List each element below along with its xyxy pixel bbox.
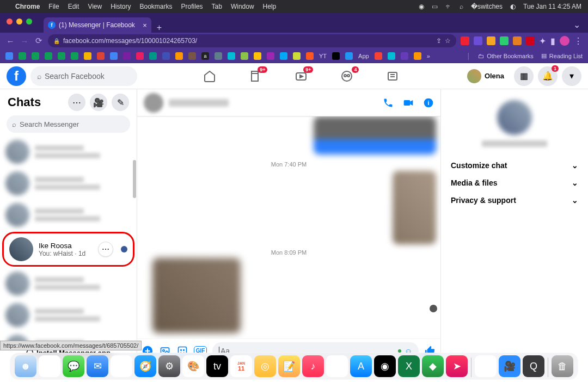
dock-appstore-icon[interactable]: A	[350, 355, 372, 377]
menubar-clock[interactable]: Tue Jan 11 4:25 AM	[523, 3, 581, 10]
notifications-icon[interactable]: 🔔1	[538, 66, 558, 86]
bookmark-icon[interactable]: a	[201, 52, 209, 60]
battery-icon[interactable]: ▭	[432, 3, 438, 10]
bookmark-icon[interactable]	[84, 52, 91, 60]
browser-tab[interactable]: f (1) Messenger | Facebook ×	[44, 17, 151, 33]
bookmark-icon[interactable]	[332, 52, 340, 60]
message-image[interactable]	[152, 258, 241, 333]
bookmark-icon[interactable]	[280, 52, 287, 60]
ext-adblock-icon[interactable]	[461, 36, 469, 45]
dock-trash-icon[interactable]: 🗑	[552, 355, 573, 377]
url-bar[interactable]: 🔒 facebook.com/messages/t/10000102426570…	[48, 34, 456, 47]
spotlight-icon[interactable]: ⌕	[460, 3, 463, 10]
nav-news-icon[interactable]	[386, 70, 399, 83]
ext-icon[interactable]	[474, 36, 482, 45]
bookmark-star-icon[interactable]: ☆	[445, 37, 451, 45]
chat-item[interactable]	[0, 136, 137, 168]
conversation-name[interactable]	[169, 99, 229, 107]
bookmark-yt[interactable]: YT	[319, 53, 327, 59]
dock-app-icon[interactable]: ◆	[422, 355, 444, 377]
new-message-icon[interactable]: ✎	[112, 94, 129, 111]
bookmark-icon[interactable]	[162, 52, 170, 60]
bookmark-icon[interactable]	[215, 52, 222, 60]
ext-icon[interactable]	[526, 36, 535, 45]
chats-options-icon[interactable]: ⋯	[68, 94, 85, 111]
menu-tab[interactable]: Tab	[212, 3, 222, 10]
bookmark-icon[interactable]	[267, 52, 274, 60]
nav-home-icon[interactable]	[203, 70, 216, 83]
chat-item[interactable]	[0, 268, 137, 299]
messages-area[interactable]: Mon 7:40 PM Mon 8:09 PM	[137, 116, 440, 338]
dock-launchpad-icon[interactable]: ▦	[39, 355, 60, 377]
bookmark-icon[interactable]	[175, 52, 183, 60]
reading-list[interactable]: ▤Reading List	[541, 52, 583, 59]
other-bookmarks-folder[interactable]: 🗀Other Bookmarks	[478, 53, 534, 59]
share-icon[interactable]: ⇪	[436, 37, 442, 45]
bookmark-icon[interactable]	[188, 52, 196, 60]
bookmark-icon[interactable]	[32, 52, 39, 60]
dock-quicktime-icon[interactable]: Q	[523, 355, 544, 377]
bookmark-icon[interactable]	[71, 52, 78, 60]
bookmark-icon[interactable]	[97, 52, 105, 60]
menu-file[interactable]: File	[48, 3, 59, 10]
bookmark-icon[interactable]	[5, 52, 13, 60]
menu-grid-icon[interactable]: ▦	[514, 66, 534, 86]
bookmark-icon[interactable]	[123, 52, 131, 60]
bookmark-icon[interactable]	[228, 52, 235, 60]
ext-icon[interactable]	[513, 36, 522, 45]
bookmark-icon[interactable]	[306, 52, 314, 60]
bookmark-icon[interactable]	[293, 52, 301, 60]
info-avatar[interactable]	[497, 100, 532, 135]
ext-more-icon[interactable]: ▮	[550, 36, 555, 46]
bookmarks-overflow-icon[interactable]: »	[427, 53, 430, 59]
record-menu-icon[interactable]: ◉	[419, 3, 424, 10]
dock-app-icon[interactable]: ◉	[374, 355, 396, 377]
nav-pages-icon[interactable]: 9+	[249, 70, 262, 83]
new-room-icon[interactable]: 🎥	[90, 94, 107, 111]
menu-window[interactable]: Window	[231, 3, 254, 10]
reload-button[interactable]: ⟳	[34, 36, 44, 46]
nav-groups-icon[interactable]: 4	[340, 70, 353, 83]
menu-help[interactable]: Help	[263, 3, 277, 10]
dock-finder-icon[interactable]: ☻	[15, 355, 36, 377]
ext-icon[interactable]	[500, 36, 509, 45]
dock-settings-icon[interactable]: ⚙	[158, 355, 180, 377]
dock-notes-icon[interactable]: 📝	[278, 355, 300, 377]
chat-list[interactable]: Ike Roosa You: wHaist · 1d ⋯	[0, 136, 137, 343]
dock-app-icon[interactable]: ➤	[446, 355, 468, 377]
back-button[interactable]: ←	[5, 36, 15, 46]
account-menu-icon[interactable]: ▾	[562, 66, 581, 86]
new-tab-button[interactable]: +	[151, 23, 167, 33]
bookmark-icon[interactable]	[388, 52, 395, 60]
video-call-icon[interactable]	[402, 97, 414, 108]
dock-zoom-icon[interactable]: 🎥	[499, 355, 520, 377]
call-icon[interactable]	[383, 97, 394, 108]
dock-photos-icon[interactable]: ✿	[111, 355, 132, 377]
menu-profiles[interactable]: Profiles	[181, 3, 203, 10]
bookmark-icon[interactable]	[401, 52, 408, 60]
facebook-search[interactable]: ⌕ Search Facebook	[30, 66, 137, 86]
bookmark-app[interactable]: App	[358, 53, 369, 59]
bookmark-icon[interactable]	[345, 52, 353, 60]
info-media-files[interactable]: Media & files⌄	[445, 174, 584, 192]
profile-avatar-icon[interactable]	[560, 36, 569, 46]
bookmark-icon[interactable]	[241, 52, 248, 60]
dock-app-icon[interactable]: 🎨	[182, 355, 204, 377]
bookmark-icon[interactable]	[149, 52, 157, 60]
menu-history[interactable]: History	[111, 3, 131, 10]
extensions-menu-icon[interactable]: ✦	[539, 36, 546, 46]
profile-chip[interactable]: Olena	[465, 67, 510, 85]
dock-calendar-icon[interactable]: JAN11	[230, 355, 252, 377]
bookmark-icon[interactable]	[414, 52, 421, 60]
chat-item-more-icon[interactable]: ⋯	[98, 242, 113, 257]
bookmark-icon[interactable]	[136, 52, 144, 60]
messenger-search[interactable]: ⌕ Search Messenger	[7, 115, 130, 133]
dock-app-icon[interactable]: ◎	[254, 355, 276, 377]
dock-slack-icon[interactable]: ✱	[326, 355, 348, 377]
dock-appletv-icon[interactable]: tv	[206, 355, 228, 377]
chat-item-highlighted[interactable]: Ike Roosa You: wHaist · 1d ⋯	[2, 232, 134, 267]
dock-music-icon[interactable]: ♪	[302, 355, 324, 377]
nav-watch-icon[interactable]: 9+	[295, 70, 308, 83]
dock-app-icon[interactable]: ▣	[475, 355, 497, 377]
chrome-menu-icon[interactable]: ⋮	[574, 36, 583, 46]
